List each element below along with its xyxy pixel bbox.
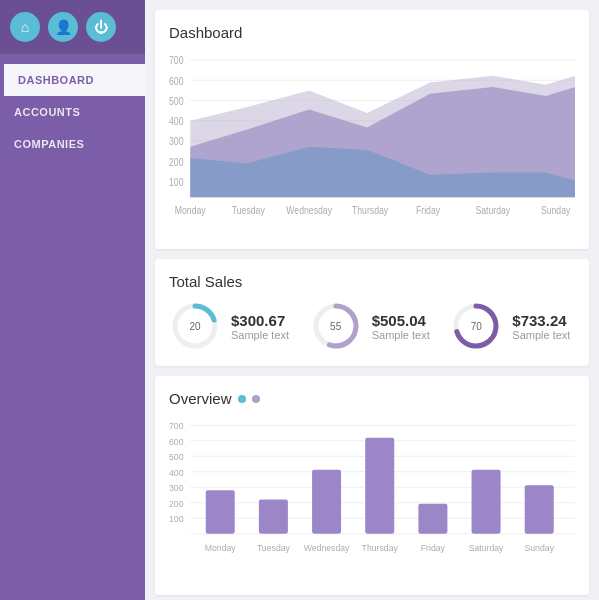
overview-header: Overview [169,390,575,407]
dashboard-area-chart: 700 600 500 400 300 200 100 Monday Tuesd… [169,51,575,231]
svg-text:500: 500 [169,452,184,462]
sales-amount-3: $733.24 [512,312,570,329]
sidebar: ⌂ 👤 ⏻ DASHBOARD ACCOUNTS COMPANIES [0,0,145,600]
sales-label-2: Sample text [372,329,430,341]
main-content: Dashboard 700 600 500 400 300 200 100 [145,0,599,600]
svg-rect-50 [472,470,501,534]
overview-title: Overview [169,390,232,407]
svg-text:200: 200 [169,156,184,168]
sales-item-3: 70 $733.24 Sample text [450,300,575,352]
svg-text:500: 500 [169,95,184,107]
svg-text:400: 400 [169,468,184,478]
svg-rect-51 [525,485,554,534]
sales-row: 20 $300.67 Sample text 55 $505.04 [169,300,575,352]
svg-text:Thursday: Thursday [362,543,399,553]
svg-text:300: 300 [169,483,184,493]
svg-rect-45 [206,490,235,533]
svg-text:Monday: Monday [205,543,236,553]
sales-label-3: Sample text [512,329,570,341]
svg-text:Wednesday: Wednesday [286,204,332,216]
donut-1: 20 [169,300,221,352]
svg-text:Friday: Friday [416,204,440,216]
sales-amount-2: $505.04 [372,312,430,329]
user-icon-btn[interactable]: 👤 [48,12,78,42]
sales-item-1: 20 $300.67 Sample text [169,300,294,352]
sales-info-2: $505.04 Sample text [372,312,430,341]
svg-text:Monday: Monday [175,204,206,216]
dot-blue [238,395,246,403]
sales-amount-1: $300.67 [231,312,289,329]
donut-2: 55 [310,300,362,352]
svg-text:Sunday: Sunday [524,543,554,553]
donut-2-label: 55 [330,321,341,332]
sidebar-nav: DASHBOARD ACCOUNTS COMPANIES [0,64,145,160]
svg-rect-47 [312,470,341,534]
donut-3: 70 [450,300,502,352]
svg-text:Saturday: Saturday [469,543,504,553]
svg-text:Saturday: Saturday [475,204,510,216]
svg-text:Sunday: Sunday [541,204,571,216]
donut-1-label: 20 [189,321,200,332]
svg-text:Tuesday: Tuesday [257,543,291,553]
power-icon-btn[interactable]: ⏻ [86,12,116,42]
sidebar-item-dashboard[interactable]: DASHBOARD [0,64,145,96]
overview-bar-chart: 700 600 500 400 300 200 100 [169,417,575,577]
svg-text:Thursday: Thursday [352,204,388,216]
sidebar-item-companies[interactable]: COMPANIES [0,128,145,160]
svg-text:Wednesday: Wednesday [304,543,350,553]
sales-info-1: $300.67 Sample text [231,312,289,341]
svg-text:700: 700 [169,421,184,431]
overview-card: Overview 700 600 500 400 300 200 100 [155,376,589,595]
sidebar-icon-row: ⌂ 👤 ⏻ [0,0,145,54]
dashboard-card: Dashboard 700 600 500 400 300 200 100 [155,10,589,249]
svg-text:Tuesday: Tuesday [232,204,265,216]
sales-label-1: Sample text [231,329,289,341]
home-icon-btn[interactable]: ⌂ [10,12,40,42]
svg-text:400: 400 [169,116,184,128]
svg-marker-16 [190,87,575,197]
sales-info-3: $733.24 Sample text [512,312,570,341]
svg-text:Friday: Friday [421,543,446,553]
svg-text:100: 100 [169,176,184,188]
dot-purple [252,395,260,403]
svg-text:600: 600 [169,437,184,447]
svg-text:100: 100 [169,514,184,524]
svg-text:300: 300 [169,136,184,148]
svg-text:700: 700 [169,55,184,67]
sidebar-item-accounts[interactable]: ACCOUNTS [0,96,145,128]
sales-item-2: 55 $505.04 Sample text [310,300,435,352]
dashboard-chart-title: Dashboard [169,24,575,41]
svg-rect-48 [365,438,394,534]
svg-text:600: 600 [169,75,184,87]
svg-text:200: 200 [169,499,184,509]
svg-rect-49 [418,504,447,534]
total-sales-card: Total Sales 20 $300.67 Sample text [155,259,589,366]
total-sales-title: Total Sales [169,273,575,290]
svg-rect-46 [259,500,288,534]
donut-3-label: 70 [471,321,482,332]
